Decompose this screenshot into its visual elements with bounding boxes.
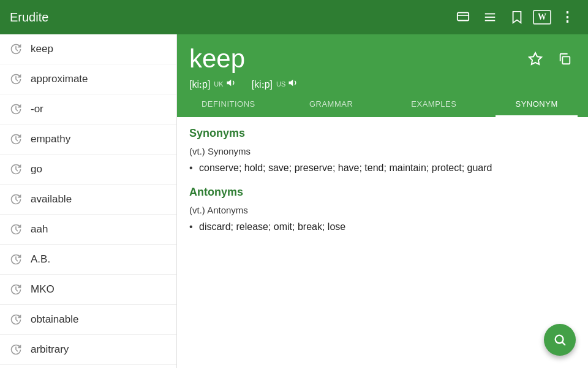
sidebar-item[interactable]: available [0, 185, 176, 215]
history-icon [10, 313, 22, 326]
more-options-icon[interactable]: ⋮ [556, 6, 578, 28]
antonyms-title: Antonyms [189, 186, 576, 199]
phonetic-uk-text: [kiːp] [189, 79, 210, 90]
copy-button[interactable] [554, 48, 576, 70]
main-layout: keep approximate -or empathy go availabl… [0, 34, 588, 368]
synonyms-list: conserve; hold; save; preserve; have; te… [189, 160, 576, 176]
phonetics-row: [kiːp] UK [kiːp] US [189, 77, 576, 91]
sidebar-item-label: arbitrary [31, 343, 69, 356]
star-button[interactable] [524, 48, 546, 70]
synonyms-title: Synonyms [189, 127, 576, 140]
phonetic-uk-label: UK [214, 80, 223, 88]
search-fab[interactable] [544, 324, 576, 356]
sidebar-item-label: -or [31, 103, 43, 115]
phonetic-uk: [kiːp] UK [189, 77, 237, 91]
sidebar-item[interactable]: empathy [0, 125, 176, 155]
sidebar-item-label: MKO [31, 283, 55, 296]
sidebar-item[interactable]: A.B. [0, 245, 176, 275]
flashcard-icon[interactable] [452, 6, 474, 28]
sidebar-item[interactable]: aah [0, 215, 176, 245]
history-icon [10, 283, 22, 296]
tab-synonym[interactable]: SYNONYM [485, 91, 588, 117]
history-icon [10, 163, 22, 175]
history-icon [10, 193, 22, 205]
sidebar-item-label: empathy [31, 133, 70, 145]
sidebar-item-label: aah [31, 223, 48, 236]
sidebar-item-label: obtainable [31, 313, 78, 326]
svg-rect-5 [562, 56, 570, 64]
sidebar-item-label: approximate [31, 73, 88, 85]
phonetic-us: [kiːp] US [252, 77, 300, 91]
bookmark-icon[interactable] [506, 6, 528, 28]
history-icon [10, 343, 22, 356]
antonyms-section: Antonyms (vt.) Antonyms discard; release… [189, 186, 576, 235]
list-icon[interactable] [479, 6, 501, 28]
word-title: keep [189, 44, 245, 74]
word-ref-icon[interactable]: W [533, 10, 551, 25]
word-actions [524, 48, 576, 70]
tab-examples[interactable]: EXAMPLES [383, 91, 486, 117]
sidebar-item-label: available [31, 193, 72, 205]
history-icon [10, 133, 22, 145]
history-icon [10, 73, 22, 85]
tab-grammar[interactable]: GRAMMAR [280, 91, 383, 117]
sidebar-item-label: go [31, 163, 42, 175]
top-icons-group: W ⋮ [452, 6, 578, 28]
sidebar-item-label: keep [31, 43, 53, 55]
sidebar-item[interactable]: obtainable [0, 305, 176, 335]
svg-rect-0 [458, 13, 469, 21]
history-icon [10, 43, 22, 55]
sidebar-item[interactable]: go [0, 155, 176, 185]
history-icon [10, 253, 22, 266]
vt-synonyms-label: (vt.) Synonyms [189, 146, 576, 156]
sidebar-item[interactable]: -or [0, 94, 176, 125]
sidebar-item-label: A.B. [31, 253, 50, 266]
top-bar: Erudite W ⋮ [0, 0, 588, 34]
vt-antonyms-label: (vt.) Antonyms [189, 205, 576, 215]
speaker-uk-icon[interactable] [226, 77, 237, 91]
app-title: Erudite [10, 10, 452, 25]
speaker-us-icon[interactable] [288, 77, 299, 91]
content-area: keep [kiːp] UK [177, 34, 588, 368]
sidebar-item[interactable]: MKO [0, 275, 176, 305]
phonetic-us-text: [kiːp] [252, 79, 273, 90]
phonetic-us-label: US [276, 80, 285, 88]
sidebar-item[interactable]: approximate [0, 64, 176, 94]
antonyms-list: discard; release; omit; break; lose [189, 219, 576, 235]
sidebar-item[interactable]: keep [0, 34, 176, 64]
sidebar: keep approximate -or empathy go availabl… [0, 34, 177, 368]
history-icon [10, 103, 22, 115]
sidebar-item[interactable]: arbitrary [0, 335, 176, 365]
synonym-content: Synonyms (vt.) Synonyms conserve; hold; … [177, 117, 588, 368]
word-header: keep [kiːp] UK [177, 34, 588, 91]
word-title-row: keep [189, 44, 576, 74]
svg-line-7 [562, 342, 565, 345]
tab-definitions[interactable]: DEFINITIONS [177, 91, 280, 117]
history-icon [10, 223, 22, 236]
tabs-bar: DEFINITIONSGRAMMAREXAMPLESSYNONYM [177, 91, 588, 117]
